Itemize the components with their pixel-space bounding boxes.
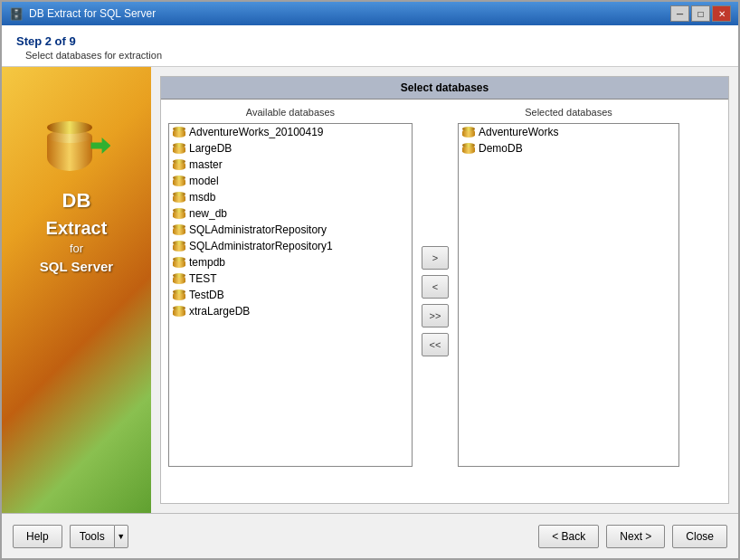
db-name-label: new_db — [189, 207, 227, 220]
db-icon — [173, 224, 185, 235]
list-item[interactable]: DemoDB — [459, 140, 678, 157]
close-window-button[interactable]: ✕ — [712, 5, 731, 22]
db-name-label: AdventureWorks — [479, 126, 558, 138]
sidebar-sql: SQL Server — [40, 257, 113, 276]
list-item[interactable]: xtraLargeDB — [169, 303, 412, 319]
db-icon — [462, 143, 475, 154]
selected-databases-list[interactable]: AdventureWorks DemoDB — [458, 123, 679, 467]
sidebar-for: for — [40, 241, 113, 257]
maximize-button[interactable]: □ — [691, 5, 710, 22]
list-item[interactable]: TestDB — [169, 287, 412, 303]
list-item[interactable]: AdventureWorks — [459, 124, 678, 140]
list-item[interactable]: msdb — [169, 189, 412, 205]
sidebar-db: DB — [40, 187, 113, 215]
db-icon — [173, 289, 185, 300]
remove-all-button[interactable]: << — [422, 333, 449, 356]
select-db-panel: Select databases Available databases Adv… — [160, 76, 729, 504]
close-button[interactable]: Close — [672, 525, 727, 548]
title-bar-buttons: ─ □ ✕ — [670, 5, 731, 22]
list-item[interactable]: SQLAdministratorRepository1 — [169, 238, 412, 254]
selected-label: Selected databases — [458, 107, 679, 118]
db-icon — [173, 208, 185, 219]
list-item[interactable]: master — [169, 157, 412, 173]
db-icon — [173, 273, 185, 284]
db-name-label: DemoDB — [479, 142, 523, 155]
bottom-bar: Help Tools ▼ < Back Next > Close — [2, 513, 738, 558]
list-item[interactable]: TEST — [169, 271, 412, 287]
title-bar-left: 🗄️ DB Extract for SQL Server — [9, 7, 156, 21]
tools-group: Tools ▼ — [70, 525, 128, 548]
db-icon — [173, 159, 185, 170]
db-icon — [173, 127, 185, 138]
back-button[interactable]: < Back — [538, 525, 599, 548]
add-all-button[interactable]: >> — [422, 304, 449, 327]
list-item[interactable]: model — [169, 173, 412, 189]
tools-button[interactable]: Tools — [70, 525, 114, 548]
sidebar: DB Extract for SQL Server — [2, 67, 151, 513]
right-content: Select databases Available databases Adv… — [151, 67, 738, 513]
help-button[interactable]: Help — [13, 525, 62, 548]
sidebar-extract: Extract — [40, 215, 113, 241]
window-icon: 🗄️ — [9, 7, 24, 21]
tools-dropdown-button[interactable]: ▼ — [114, 525, 128, 548]
panel-body: Available databases AdventureWorks_20100… — [161, 100, 728, 503]
db-icon — [173, 192, 185, 203]
remove-one-button[interactable]: < — [422, 275, 449, 299]
window-title: DB Extract for SQL Server — [29, 7, 156, 20]
db-name-label: TestDB — [189, 289, 224, 301]
step-title: Step 2 of 9 — [16, 34, 724, 48]
db-name-label: LargeDB — [189, 142, 232, 155]
db-name-label: msdb — [189, 191, 215, 204]
db-icon — [173, 257, 185, 268]
db-icon — [462, 127, 475, 138]
db-name-label: master — [189, 158, 223, 171]
db-name-label: tempdb — [189, 256, 225, 269]
step-subtitle: Select databases for extraction — [25, 50, 724, 61]
db-icon — [173, 306, 185, 317]
db-name-label: xtraLargeDB — [189, 305, 250, 318]
transfer-buttons: > < >> << — [413, 107, 458, 496]
list-item[interactable]: AdventureWorks_20100419 — [169, 124, 412, 140]
db-name-label: SQLAdministratorRepository — [189, 223, 327, 236]
step-header: Step 2 of 9 Select databases for extract… — [2, 25, 738, 67]
db-icon — [173, 241, 185, 252]
sidebar-logo: DB Extract for SQL Server — [40, 121, 113, 276]
list-item[interactable]: LargeDB — [169, 140, 412, 157]
list-item[interactable]: SQLAdministratorRepository — [169, 222, 412, 238]
available-label: Available databases — [168, 107, 413, 118]
db-icon — [173, 143, 185, 154]
list-item[interactable]: tempdb — [169, 254, 412, 271]
available-list-container: Available databases AdventureWorks_20100… — [168, 107, 413, 496]
main-window: 🗄️ DB Extract for SQL Server ─ □ ✕ Step … — [0, 0, 740, 560]
db-icon — [173, 176, 185, 186]
available-databases-list[interactable]: AdventureWorks_20100419 LargeDB master m… — [168, 123, 413, 467]
selected-list-container: Selected databases AdventureWorks DemoDB — [458, 107, 679, 496]
db-name-label: AdventureWorks_20100419 — [189, 126, 324, 138]
list-item[interactable]: new_db — [169, 205, 412, 222]
db-name-label: model — [189, 175, 219, 187]
panel-header: Select databases — [161, 77, 728, 100]
add-one-button[interactable]: > — [422, 246, 449, 270]
db-name-label: SQLAdministratorRepository1 — [189, 240, 333, 252]
title-bar: 🗄️ DB Extract for SQL Server ─ □ ✕ — [2, 2, 738, 25]
main-area: DB Extract for SQL Server Select databas… — [2, 67, 738, 513]
next-button[interactable]: Next > — [606, 525, 665, 548]
minimize-button[interactable]: ─ — [670, 5, 689, 22]
sidebar-text: DB Extract for SQL Server — [40, 187, 113, 276]
db-name-label: TEST — [189, 272, 217, 285]
